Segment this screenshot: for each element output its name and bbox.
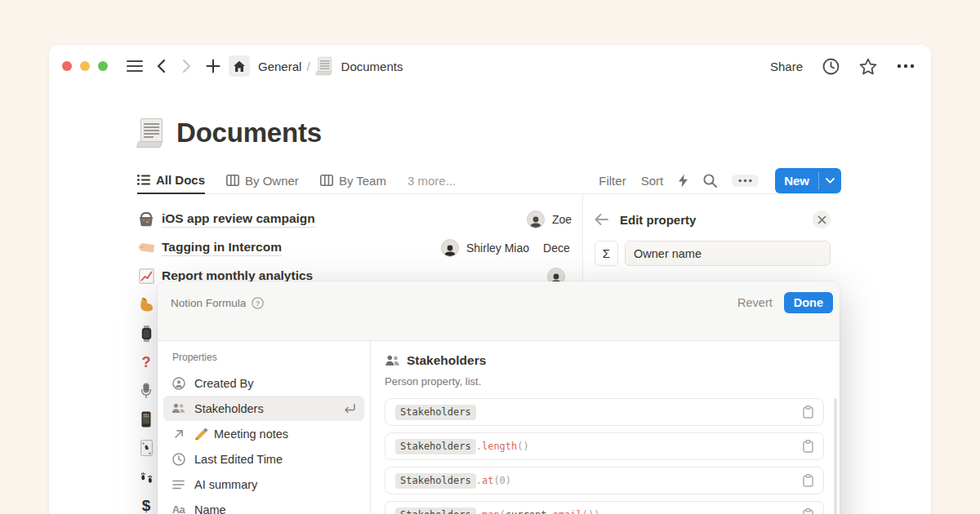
dollar-sign-icon: $	[137, 497, 155, 513]
playing-card-icon: ♞★★	[137, 440, 155, 456]
flexed-arm-icon	[137, 297, 155, 312]
help-icon[interactable]: ?	[252, 297, 264, 309]
close-icon[interactable]	[813, 210, 831, 228]
titlebar: General / Documents Share	[49, 45, 931, 87]
tabs-more[interactable]: 3 more...	[408, 167, 456, 194]
share-button[interactable]: Share	[770, 60, 803, 73]
watch-icon	[137, 326, 155, 342]
more-options-icon[interactable]	[897, 64, 915, 69]
assignee-name: Shirley Miao	[466, 241, 529, 255]
avatar	[441, 239, 459, 257]
property-item-name[interactable]: Aa Name	[163, 497, 364, 514]
property-item-ai-summary[interactable]: AI summary	[163, 472, 364, 497]
done-button[interactable]: Done	[784, 292, 833, 313]
new-button[interactable]: New	[775, 168, 841, 193]
svg-text:?: ?	[142, 354, 151, 370]
detail-title: Stakeholders	[407, 353, 486, 368]
menu-icon[interactable]	[124, 55, 145, 77]
copy-icon[interactable]	[803, 474, 813, 487]
people-icon	[385, 355, 400, 366]
tab-all-docs[interactable]: All Docs	[137, 167, 205, 194]
clock-icon[interactable]	[822, 58, 840, 75]
basket-icon	[137, 211, 155, 227]
tag-icon	[137, 241, 155, 255]
bolt-icon[interactable]	[678, 174, 688, 188]
svg-text:$: $	[142, 497, 151, 513]
formula-properties-list: Properties Created By Stakeholders	[158, 341, 371, 514]
tab-by-team[interactable]: By Team	[320, 167, 386, 194]
zoom-window-button[interactable]	[98, 61, 108, 71]
formula-snippet[interactable]: Stakeholders	[385, 398, 824, 426]
chart-increasing-icon	[137, 268, 155, 284]
property-item-stakeholders[interactable]: Stakeholders	[163, 396, 364, 421]
mobile-phone-icon	[137, 411, 155, 428]
svg-text:★: ★	[141, 441, 145, 445]
text-property-icon: Aa	[172, 503, 185, 514]
sort-button[interactable]: Sort	[641, 174, 664, 188]
close-window-button[interactable]	[62, 61, 72, 71]
home-icon[interactable]	[229, 55, 250, 77]
document-icon	[312, 55, 333, 77]
doc-title[interactable]: Tagging in Intercom	[162, 240, 282, 256]
search-icon[interactable]	[703, 174, 717, 188]
enter-key-icon	[343, 404, 356, 414]
doc-title[interactable]: iOS app review campaign	[162, 211, 315, 228]
board-view-icon	[320, 175, 333, 186]
breadcrumb-workspace[interactable]: General	[258, 60, 301, 73]
writing-hand-icon	[194, 428, 208, 440]
back-arrow-icon[interactable]	[595, 214, 608, 225]
table-row[interactable]: Tagging in Intercom Shirley Miao Dece	[137, 233, 582, 262]
filter-button[interactable]: Filter	[599, 174, 626, 188]
formula-editor-title: Notion Formula	[171, 297, 246, 309]
arrow-up-right-icon	[172, 429, 185, 439]
property-item-created-by[interactable]: Created By	[163, 370, 364, 396]
revert-button[interactable]: Revert	[737, 296, 773, 309]
copy-icon[interactable]	[803, 440, 813, 453]
microphone-icon	[137, 383, 155, 399]
tab-by-owner[interactable]: By Owner	[226, 167, 299, 194]
new-dropdown-icon[interactable]	[819, 168, 841, 193]
properties-section-header: Properties	[163, 352, 364, 363]
list-view-icon	[137, 175, 150, 185]
avatar	[527, 210, 545, 228]
breadcrumb-page[interactable]: Documents	[341, 60, 403, 73]
formula-type-button[interactable]: Σ	[595, 241, 618, 266]
question-mark-icon: ?	[137, 354, 155, 370]
formula-snippet[interactable]: Stakeholders .at(0)	[385, 467, 824, 494]
breadcrumb-separator: /	[306, 60, 310, 73]
minimize-window-button[interactable]	[80, 61, 90, 71]
new-page-icon[interactable]	[203, 55, 224, 77]
page-title: Documents	[137, 115, 841, 151]
copy-icon[interactable]	[803, 405, 813, 419]
clock-icon	[172, 453, 185, 466]
formula-editor-header[interactable]: Notion Formula ? Revert Done	[158, 281, 840, 341]
edit-property-title: Edit property	[620, 213, 696, 227]
back-icon[interactable]	[150, 55, 172, 77]
formula-snippet[interactable]: Stakeholders .map(current.email())	[385, 501, 824, 514]
people-icon	[172, 403, 185, 414]
documents-page-icon	[137, 118, 165, 148]
traffic-lights	[62, 61, 108, 71]
table-row[interactable]: iOS app review campaign Zoe	[137, 205, 582, 233]
property-name-input[interactable]	[625, 241, 831, 266]
property-detail-pane: Stakeholders Person property, list. Stak…	[371, 341, 840, 514]
svg-text:?: ?	[256, 299, 260, 307]
forward-icon[interactable]	[176, 55, 198, 77]
view-options-icon[interactable]	[732, 175, 759, 187]
scrollbar[interactable]	[834, 398, 837, 514]
lines-icon	[172, 480, 185, 490]
detail-subtitle: Person property, list.	[385, 375, 824, 388]
footprints-icon	[137, 468, 155, 485]
date-value: Dece	[543, 241, 570, 255]
copy-icon[interactable]	[803, 508, 813, 514]
property-item-meeting-notes[interactable]: Meeting notes	[163, 421, 364, 446]
formula-editor-popup: Notion Formula ? Revert Done Properties	[158, 281, 840, 514]
svg-text:★: ★	[148, 450, 151, 454]
assignee-name: Zoe	[552, 213, 572, 226]
star-icon[interactable]	[859, 58, 877, 75]
property-item-last-edited-time[interactable]: Last Edited Time	[163, 446, 364, 472]
person-circle-icon	[172, 377, 185, 390]
board-view-icon	[226, 175, 239, 186]
page-title-text: Documents	[176, 117, 322, 148]
formula-snippet[interactable]: Stakeholders .length()	[385, 432, 824, 460]
